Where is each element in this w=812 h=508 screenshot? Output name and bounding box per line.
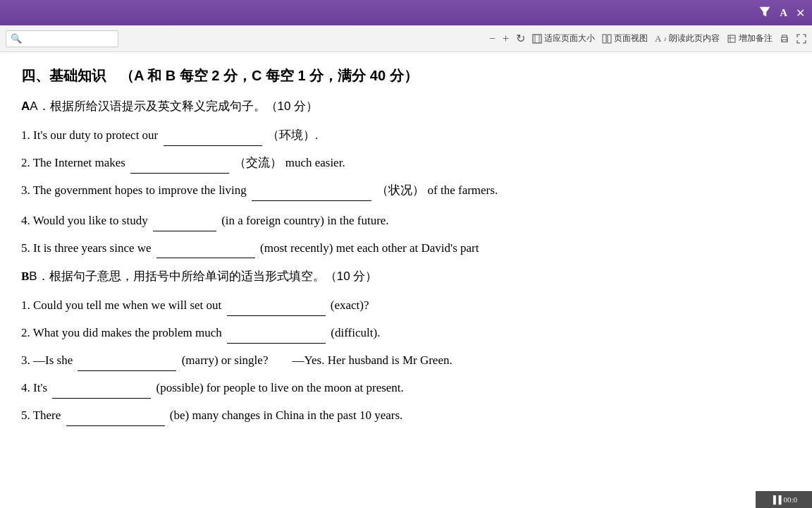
question-b1: 1. Could you tell me when we will set ou… [21,296,791,316]
question-a3: 3. The government hopes to improve the l… [21,181,791,201]
filter-icon[interactable] [758,5,771,20]
print-icon [780,34,789,44]
note-icon [727,34,737,44]
note-label: 增加备注 [739,32,773,44]
b2-blank [227,329,326,344]
svg-rect-6 [728,35,735,42]
q3-blank [252,187,371,201]
svg-point-12 [787,38,787,39]
question-b2: 2. What you did makes the problem much (… [21,323,791,344]
q2-after: much easier. [285,156,345,169]
q4-blank [153,217,216,231]
b1-hint: (exact)? [331,298,369,312]
page-view-label: 页面视图 [614,32,648,44]
b2-hint: (difficult). [331,326,380,339]
section-b-title: BB．根据句子意思，用括号中所给单词的适当形式填空。（10 分） [21,268,791,284]
svg-rect-1 [533,35,541,43]
page-view-btn[interactable]: 页面视图 [602,32,648,44]
q2-blank [130,159,229,174]
zoom-in-btn[interactable]: + [503,32,509,45]
q1-number: 1. It's our duty to protect our [21,128,158,142]
q5-before: 5. It is three years since we [21,241,152,255]
q2-hint: （交流） [234,156,282,169]
q5-hint: (most recently) met each other at David'… [260,241,479,255]
q5-blank [156,244,255,258]
b1-blank [227,302,326,316]
question-a4: 4. Would you like to study (in a foreign… [21,211,791,231]
q3-hint: （状况） [376,183,424,197]
b3-hint: (marry) or single? —Yes. Her husband is … [182,353,453,367]
b3-before: 3. —Is she [21,353,73,367]
page-view-icon [602,34,612,44]
fit-page-btn[interactable]: 适应页面大小 [532,32,595,44]
top-toolbar: A ✕ [0,0,812,25]
status-bar: ▐▐ 00:0 [756,491,812,508]
b4-before: 4. It's [21,381,47,394]
q1-hint: （环境）. [267,128,319,142]
search-icon: 🔍 [11,33,22,44]
question-b4: 4. It's (possible) for people to live on… [21,378,791,399]
svg-marker-0 [760,7,770,16]
fit-page-label: 适应页面大小 [544,32,595,44]
b4-hint: (possible) for people to live on the moo… [156,381,404,394]
question-b3: 3. —Is she (marry) or single? —Yes. Her … [21,351,791,371]
toolbar-actions: − + ↻ 适应页面大小 页面视图 A♪ 朗读此页内容 [489,32,806,45]
b1-before: 1. Could you tell me when we will set ou… [21,298,221,312]
question-a5: 5. It is three years since we (most rece… [21,238,791,259]
section-header: 四、基础知识 （A 和 B 每空 2 分，C 每空 1 分，满分 40 分） [21,66,791,85]
expand-btn[interactable] [796,34,806,44]
address-bar: 🔍 − + ↻ 适应页面大小 页面视图 A♪ 朗读此页内容 [0,25,812,52]
type-icon[interactable]: A [780,7,787,19]
read-label: 朗读此页内容 [669,32,720,44]
q1-blank [164,132,262,146]
svg-rect-11 [782,40,787,42]
svg-rect-10 [782,35,787,37]
b2-before: 2. What you did makes the problem much [21,326,222,339]
section-b-questions: 1. Could you tell me when we will set ou… [21,296,791,425]
question-b5: 5. There (be) many changes in China in t… [21,406,791,426]
status-time: ▐▐ 00:0 [770,495,797,504]
close-icon[interactable]: ✕ [796,6,805,20]
rotate-btn[interactable]: ↻ [516,32,525,45]
svg-rect-5 [608,35,611,43]
document-area: 四、基础知识 （A 和 B 每空 2 分，C 每空 1 分，满分 40 分） A… [0,52,812,508]
zoom-out-btn[interactable]: − [489,32,496,45]
b4-blank [52,385,151,399]
read-btn[interactable]: A♪ 朗读此页内容 [655,32,720,44]
question-a2: 2. The Internet makes （交流） much easier. [21,153,791,174]
section-a-text: A．根据所给汉语提示及英文释义完成句子。（10 分） [30,99,318,113]
q3-after: of the farmers. [428,183,498,197]
b5-before: 5. There [21,409,61,422]
question-a1: 1. It's our duty to protect our （环境）. [21,126,791,146]
b5-blank [66,412,165,426]
expand-icon [796,34,806,44]
q2-before: 2. The Internet makes [21,156,125,169]
b5-hint: (be) many changes in China in the past 1… [170,409,402,422]
section-a-questions: 1. It's our duty to protect our （环境）. 2.… [21,126,791,258]
q4-before: 4. Would you like to study [21,214,148,227]
svg-rect-4 [603,35,606,43]
section-a-label: A [21,99,30,113]
search-box[interactable]: 🔍 [6,30,118,47]
print-btn[interactable] [780,34,789,44]
section-b-label: B [21,270,29,283]
section-a-title: AA．根据所给汉语提示及英文释义完成句子。（10 分） [21,98,791,114]
q4-hint: (in a foreign country) in the future. [221,214,388,227]
note-btn[interactable]: 增加备注 [727,32,773,44]
fit-page-icon [532,34,542,44]
b3-blank [78,357,176,371]
section-b-text: B．根据句子意思，用括号中所给单词的适当形式填空。（10 分） [29,270,377,283]
q3-before: 3. The government hopes to improve the l… [21,183,247,197]
